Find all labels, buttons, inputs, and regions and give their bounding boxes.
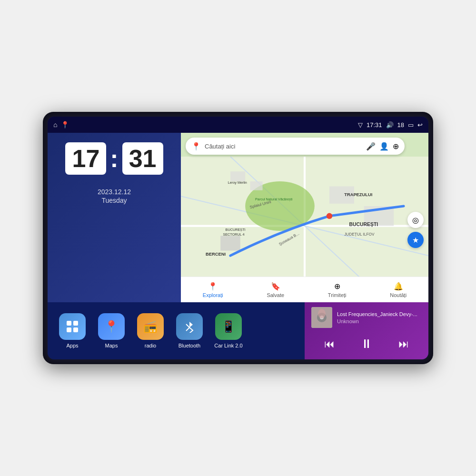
salvate-label: Salvate xyxy=(267,292,284,298)
signal-icon: ▽ xyxy=(358,121,363,129)
app-item-apps[interactable]: Apps xyxy=(55,313,89,348)
carlink-label: Car Link 2.0 xyxy=(214,343,242,348)
clock-hours: 17 xyxy=(65,142,106,175)
map-area[interactable]: 📍 Căutați aici 🎤 👤 ⊕ xyxy=(181,133,428,277)
bluetooth-icon xyxy=(176,313,203,340)
layers-icon[interactable]: ⊕ xyxy=(393,142,399,151)
home-icon[interactable]: ⌂ xyxy=(53,121,57,129)
car-head-unit: ⌂ 📍 ▽ 17:31 🔊 18 ▭ ↩ 17 : 31 xyxy=(43,112,433,364)
svg-point-11 xyxy=(327,213,332,219)
music-details: Lost Frequencies_Janieck Devy-... Unknow… xyxy=(337,311,422,324)
svg-text:BUCUREȘTI: BUCUREȘTI xyxy=(349,222,378,227)
trimiteti-icon: ⊕ xyxy=(334,282,340,291)
svg-rect-7 xyxy=(250,181,263,190)
music-artist: Unknown xyxy=(337,318,422,324)
music-player: Lost Frequencies_Janieck Devy-... Unknow… xyxy=(305,302,428,359)
app-grid: Apps 📍 Maps 📻 radio xyxy=(48,302,305,359)
apps-label: Apps xyxy=(66,343,78,348)
svg-rect-8 xyxy=(220,236,240,250)
back-icon[interactable]: ↩ xyxy=(417,121,423,129)
date-widget: 2023.12.12 Tuesday xyxy=(57,188,171,204)
app-item-carlink[interactable]: 📱 Car Link 2.0 xyxy=(211,313,246,348)
tab-explorati[interactable]: 📍 Explorați xyxy=(197,279,229,301)
svg-rect-26 xyxy=(73,327,78,332)
map-search-bar[interactable]: 📍 Căutați aici 🎤 👤 ⊕ xyxy=(186,138,405,155)
prev-btn[interactable]: ⏮ xyxy=(321,335,337,353)
music-controls: ⏮ ⏸ ⏭ xyxy=(311,334,422,354)
navigation-btn[interactable]: ★ xyxy=(407,232,424,248)
carlink-icon: 📱 xyxy=(215,313,242,340)
app-item-maps[interactable]: 📍 Maps xyxy=(94,313,129,348)
trimiteti-label: Trimiteți xyxy=(328,292,347,298)
next-btn[interactable]: ⏭ xyxy=(396,335,412,353)
screen: ⌂ 📍 ▽ 17:31 🔊 18 ▭ ↩ 17 : 31 xyxy=(48,117,428,359)
app-item-bluetooth[interactable]: Bluetooth xyxy=(172,313,207,348)
clock-minutes: 31 xyxy=(122,142,163,175)
maps-label: Maps xyxy=(105,343,118,348)
svg-rect-25 xyxy=(67,327,71,332)
clock-colon: : xyxy=(110,142,118,175)
svg-text:SECTORUL 4: SECTORUL 4 xyxy=(223,232,244,237)
location-btn[interactable]: ◎ xyxy=(407,212,424,228)
account-icon[interactable]: 👤 xyxy=(379,142,389,151)
right-panel: 📍 Căutați aici 🎤 👤 ⊕ xyxy=(181,133,428,302)
app-item-radio[interactable]: 📻 radio xyxy=(133,313,168,348)
left-panel: 17 : 31 2023.12.12 Tuesday xyxy=(48,133,181,302)
salvate-icon: 🔖 xyxy=(271,282,280,291)
clock-widget: 17 : 31 xyxy=(57,142,171,175)
main-content: 17 : 31 2023.12.12 Tuesday 📍 Căutați aic… xyxy=(48,133,428,302)
album-art xyxy=(311,307,332,328)
svg-text:Parcul Natural Văcărești: Parcul Natural Văcărești xyxy=(255,197,293,201)
bluetooth-label: Bluetooth xyxy=(178,343,200,348)
explorati-label: Explorați xyxy=(203,292,223,298)
bottom-section: Apps 📍 Maps 📻 radio xyxy=(48,302,428,359)
svg-rect-24 xyxy=(73,321,78,326)
noutati-icon: 🔔 xyxy=(394,282,403,291)
svg-rect-23 xyxy=(67,321,71,326)
svg-text:JUDEȚUL ILFOV: JUDEȚUL ILFOV xyxy=(344,232,375,237)
status-right: ▽ 17:31 🔊 18 ▭ ↩ xyxy=(358,121,423,129)
map-right-controls: ◎ ★ xyxy=(407,212,424,248)
svg-text:TRAPEZULUI: TRAPEZULUI xyxy=(344,192,372,197)
tab-salvate[interactable]: 🔖 Salvate xyxy=(261,279,290,301)
battery-icon: ▭ xyxy=(408,121,414,129)
volume-icon: 🔊 xyxy=(386,121,394,129)
mic-icon[interactable]: 🎤 xyxy=(366,142,376,151)
date-text: 2023.12.12 xyxy=(57,188,171,196)
svg-rect-6 xyxy=(230,171,245,181)
volume-level: 18 xyxy=(397,121,404,129)
google-maps-logo: 📍 xyxy=(191,142,201,151)
apps-icon xyxy=(59,313,86,340)
map-search-text[interactable]: Căutați aici xyxy=(205,143,362,150)
music-info: Lost Frequencies_Janieck Devy-... Unknow… xyxy=(311,307,422,328)
status-bar: ⌂ 📍 ▽ 17:31 🔊 18 ▭ ↩ xyxy=(48,117,428,133)
noutati-label: Noutăți xyxy=(390,292,407,298)
explorati-icon: 📍 xyxy=(208,282,218,291)
maps-icon: 📍 xyxy=(98,313,125,340)
play-pause-btn[interactable]: ⏸ xyxy=(357,334,376,354)
status-left: ⌂ 📍 xyxy=(53,121,69,129)
tab-trimiteti[interactable]: ⊕ Trimiteți xyxy=(322,279,352,301)
map-nav-tabs: 📍 Explorați 🔖 Salvate ⊕ Trimiteți 🔔 Nout… xyxy=(181,277,428,302)
svg-text:Leroy Merlin: Leroy Merlin xyxy=(228,180,247,185)
radio-icon: 📻 xyxy=(137,313,164,340)
svg-text:BUCUREȘTI: BUCUREȘTI xyxy=(226,228,246,232)
status-time: 17:31 xyxy=(367,121,382,129)
tab-noutati[interactable]: 🔔 Noutăți xyxy=(384,279,412,301)
music-title: Lost Frequencies_Janieck Devy-... xyxy=(337,311,422,317)
map-svg: Google Splaiul Unirii Șoseaua B... TRAPE… xyxy=(181,157,428,277)
maps-status-icon[interactable]: 📍 xyxy=(61,121,69,129)
svg-point-30 xyxy=(318,309,326,318)
radio-label: radio xyxy=(145,343,156,348)
svg-text:BERCENI: BERCENI xyxy=(206,252,226,257)
map-search-icons: 🎤 👤 ⊕ xyxy=(366,142,399,151)
day-text: Tuesday xyxy=(57,197,171,204)
